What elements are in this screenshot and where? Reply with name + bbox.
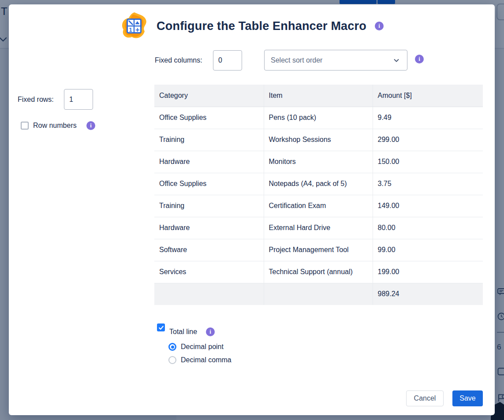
table-cell: Pens (10 pack) <box>264 107 373 129</box>
table-cell: Training <box>154 129 264 151</box>
save-button[interactable]: Save <box>452 390 483 406</box>
table-total-value: 989.24 <box>373 283 483 305</box>
table-row: Software Project Management Tool 99.00 <box>154 239 483 261</box>
check-icon <box>158 325 164 331</box>
table-row: Hardware External Hard Drive 80.00 <box>154 217 483 239</box>
table-cell: 199.00 <box>373 261 483 283</box>
table-cell: Certification Exam <box>264 195 373 217</box>
total-line-info-icon[interactable]: i <box>206 327 215 336</box>
table-cell: Notepads (A4, pack of 5) <box>264 173 373 195</box>
table-cell: Hardware <box>154 151 264 173</box>
table-row: Training Workshop Sessions 299.00 <box>154 129 483 151</box>
table-cell: 80.00 <box>373 217 483 239</box>
sort-order-placeholder: Select sort order <box>271 56 322 64</box>
preview-table: Category Item Amount [$] Office Supplies… <box>154 85 483 305</box>
table-cell: Software <box>154 239 264 261</box>
row-numbers-label: Row numbers <box>33 121 77 130</box>
radio-gap <box>170 344 175 349</box>
table-cell: Monitors <box>264 151 373 173</box>
table-enhancer-macro-icon: 1 + <box>120 12 148 40</box>
macro-config-dialog: 1 + Configure the Table Enhancer Macro i… <box>9 4 495 415</box>
table-row: Hardware Monitors 150.00 <box>154 151 483 173</box>
cancel-button[interactable]: Cancel <box>406 390 444 406</box>
table-row: Training Certification Exam 149.00 <box>154 195 483 217</box>
table-header-item: Item <box>264 85 373 107</box>
decimal-point-label: Decimal point <box>181 342 224 351</box>
table-cell: Training <box>154 195 264 217</box>
table-row: Office Supplies Pens (10 pack) 9.49 <box>154 107 483 129</box>
table-total-row: 989.24 <box>154 283 483 305</box>
table-header-category: Category <box>154 85 264 107</box>
table-cell: 3.75 <box>373 173 483 195</box>
decimal-comma-radio[interactable] <box>168 356 176 364</box>
fixed-columns-label: Fixed columns: <box>155 56 202 65</box>
svg-text:+: + <box>135 26 139 33</box>
table-cell <box>154 283 264 305</box>
svg-text:1: 1 <box>129 26 132 33</box>
dialog-header: 1 + Configure the Table Enhancer Macro i <box>9 11 495 41</box>
sort-order-select[interactable]: Select sort order <box>264 50 407 71</box>
table-cell: External Hard Drive <box>264 217 373 239</box>
decimal-comma-label: Decimal comma <box>181 356 231 364</box>
title-info-icon[interactable]: i <box>375 22 384 30</box>
fixed-rows-label: Fixed rows: <box>18 95 54 104</box>
total-line-checkbox[interactable] <box>157 323 165 331</box>
table-cell: Office Supplies <box>154 173 264 195</box>
table-cell: 299.00 <box>373 129 483 151</box>
table-header-row: Category Item Amount [$] <box>154 85 483 107</box>
table-cell: Services <box>154 261 264 283</box>
table-cell: 99.00 <box>373 239 483 261</box>
table-cell: Hardware <box>154 217 264 239</box>
table-cell: 9.49 <box>373 107 483 129</box>
fixed-rows-input[interactable] <box>64 89 93 110</box>
table-cell: Office Supplies <box>154 107 264 129</box>
total-line-label: Total line <box>169 327 197 336</box>
chevron-down-icon <box>393 57 400 64</box>
table-cell: Project Management Tool <box>264 239 373 261</box>
table-cell <box>264 283 373 305</box>
screen: T 6 <box>0 0 504 420</box>
table-cell: Workshop Sessions <box>264 129 373 151</box>
table-row: Services Technical Support (annual) 199.… <box>154 261 483 283</box>
table-cell: Technical Support (annual) <box>264 261 373 283</box>
row-numbers-info-icon[interactable]: i <box>86 121 95 130</box>
decimal-point-radio[interactable] <box>168 343 176 351</box>
table-row: Office Supplies Notepads (A4, pack of 5)… <box>154 173 483 195</box>
table-cell: 150.00 <box>373 151 483 173</box>
radio-dot <box>171 346 174 349</box>
row-numbers-checkbox[interactable] <box>21 122 29 130</box>
dialog-title: Configure the Table Enhancer Macro <box>157 19 366 33</box>
fixed-columns-input[interactable] <box>213 50 242 71</box>
table-cell: 149.00 <box>373 195 483 217</box>
sort-order-info-icon[interactable]: i <box>415 55 424 63</box>
table-header-amount: Amount [$] <box>373 85 483 107</box>
